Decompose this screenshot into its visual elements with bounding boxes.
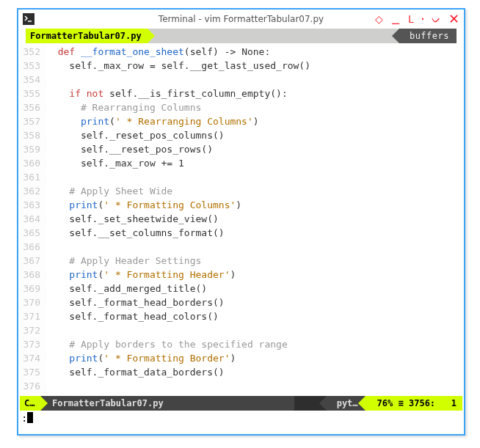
statusline: C… FormatterTabular07.py pyt… 76% ≡ 3756… (20, 396, 462, 411)
code-text (46, 170, 464, 184)
line-number: 363 (18, 198, 46, 212)
code-text: def __format_one_sheet(self) -> None: (46, 45, 464, 59)
code-line: 354 (18, 73, 464, 87)
code-area[interactable]: 352 def __format_one_sheet(self) -> None… (18, 43, 464, 393)
code-line: 364 self._set_sheetwide_view() (18, 212, 464, 226)
line-number: 376 (18, 379, 46, 393)
code-text (46, 379, 464, 393)
code-text: print(' * Formatting Header') (46, 268, 464, 282)
code-text: self._format_data_borders() (46, 365, 464, 379)
code-line: 376 (18, 379, 464, 393)
code-line: 369 self._add_merged_title() (18, 282, 464, 295)
code-line: 359 self.__reset_pos_rows() (18, 142, 464, 156)
code-text (46, 240, 464, 254)
line-number: 366 (18, 240, 46, 254)
code-line: 365 self.__set_columns_format() (18, 226, 464, 240)
code-text (46, 323, 464, 337)
code-text: self._max_row += 1 (46, 156, 464, 170)
line-number: 365 (18, 226, 46, 240)
window-controls: ◇ ＿ L · ᨆ ✕ (375, 12, 459, 26)
code-line: 353 self._max_row = self.__get_last_used… (18, 59, 464, 73)
code-text: # Apply borders to the specified range (46, 337, 464, 351)
code-text: self.__reset_pos_rows() (46, 142, 464, 156)
code-line: 368 print(' * Formatting Header') (18, 268, 464, 282)
code-line: 355 if not self.__is_first_column_empty(… (18, 87, 464, 100)
tabline: FormatterTabular07.py buffers (18, 29, 464, 43)
line-number: 362 (18, 184, 46, 198)
code-line: 358 self._reset_pos_columns() (18, 128, 464, 142)
code-line: 360 self._max_row += 1 (18, 156, 464, 170)
line-number: 354 (18, 73, 46, 87)
line-number: 360 (18, 156, 46, 170)
code-text: self._format_head_colors() (46, 309, 464, 323)
code-line: 371 self._format_head_colors() (18, 309, 464, 323)
status-file: FormatterTabular07.py (40, 396, 294, 411)
code-text: # Apply Header Settings (46, 254, 464, 268)
code-line: 361 (18, 170, 464, 184)
code-text: self._add_merged_title() (46, 282, 464, 295)
line-number: 353 (18, 59, 46, 73)
code-text: if not self.__is_first_column_empty(): (46, 87, 464, 100)
code-text: self._set_sheetwide_view() (46, 212, 464, 226)
titlebar: Terminal - vim FormatterTabular07.py ◇ ＿… (18, 10, 464, 29)
line-number: 373 (18, 337, 46, 351)
line-number: 358 (18, 128, 46, 142)
line-number: 368 (18, 268, 46, 282)
code-text: # Rearranging Columns (46, 100, 464, 114)
code-line: 367 # Apply Header Settings (18, 254, 464, 268)
window-control-5[interactable]: ᨆ (432, 14, 441, 24)
code-text: self.__set_columns_format() (46, 226, 464, 240)
command-line[interactable]: : (18, 411, 464, 424)
command-prompt: : (21, 412, 27, 424)
buffers-indicator[interactable]: buffers (399, 29, 457, 43)
code-line: 362 # Apply Sheet Wide (18, 184, 464, 198)
line-number: 359 (18, 142, 46, 156)
code-text (46, 73, 464, 87)
code-line: 357 print(' * Rearranging Columns') (18, 114, 464, 128)
code-line: 372 (18, 323, 464, 337)
code-text: print(' * Formatting Columns') (46, 198, 464, 212)
code-text: self._max_row = self.__get_last_used_row… (46, 59, 464, 73)
tab-label: FormatterTabular07.py (30, 31, 142, 41)
line-number: 370 (18, 295, 46, 309)
line-number: 356 (18, 100, 46, 114)
status-mode: C… (20, 396, 40, 411)
line-number: 352 (18, 45, 46, 59)
status-position: 76% ≡ 3756: 1 (366, 396, 462, 411)
window-control-4[interactable]: · (421, 14, 424, 24)
terminal-icon (23, 13, 34, 25)
code-line: 356 # Rearranging Columns (18, 100, 464, 114)
code-text: # Apply Sheet Wide (46, 184, 464, 198)
code-line: 370 self._format_head_borders() (18, 295, 464, 309)
line-number: 371 (18, 309, 46, 323)
cursor (27, 412, 33, 423)
code-line: 366 (18, 240, 464, 254)
line-number: 357 (18, 114, 46, 128)
line-number: 364 (18, 212, 46, 226)
code-line: 352 def __format_one_sheet(self) -> None… (18, 45, 464, 59)
code-text: self._reset_pos_columns() (46, 128, 464, 142)
line-number: 375 (18, 365, 46, 379)
line-number: 374 (18, 351, 46, 365)
terminal-window: Terminal - vim FormatterTabular07.py ◇ ＿… (17, 8, 465, 436)
window-control-3[interactable]: L (408, 14, 414, 24)
window-control-1[interactable]: ◇ (375, 14, 383, 24)
line-number: 369 (18, 282, 46, 295)
code-line: 373 # Apply borders to the specified ran… (18, 337, 464, 351)
window-control-2[interactable]: ＿ (390, 14, 401, 24)
code-text: self._format_head_borders() (46, 295, 464, 309)
code-text: print(' * Rearranging Columns') (46, 114, 464, 128)
close-icon[interactable]: ✕ (448, 12, 459, 26)
line-number: 361 (18, 170, 46, 184)
line-number: 372 (18, 323, 46, 337)
code-line: 374 print(' * Formatting Border') (18, 351, 464, 365)
code-line: 363 print(' * Formatting Columns') (18, 198, 464, 212)
code-line: 375 self._format_data_borders() (18, 365, 464, 379)
code-text: print(' * Formatting Border') (46, 351, 464, 365)
tab-active[interactable]: FormatterTabular07.py (26, 29, 148, 43)
line-number: 367 (18, 254, 46, 268)
line-number: 355 (18, 87, 46, 100)
